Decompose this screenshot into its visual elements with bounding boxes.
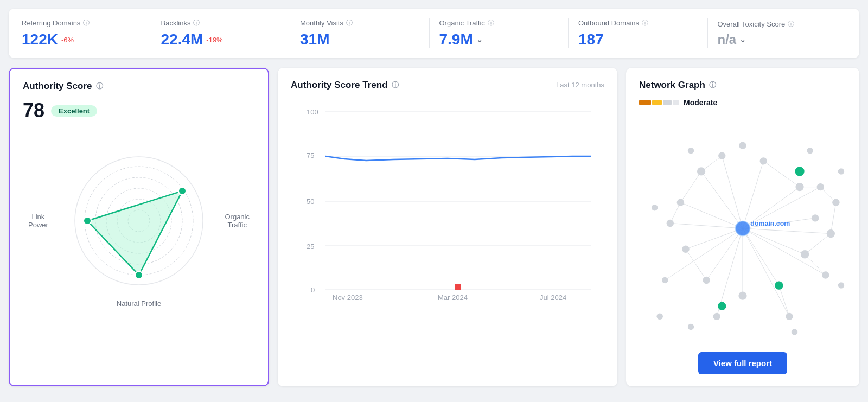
authority-score-title: Authority Score [23,81,92,92]
outbound-domains-info-icon[interactable]: ⓘ [642,18,648,28]
svg-point-61 [738,292,746,300]
svg-point-59 [703,277,710,284]
network-info-icon[interactable]: ⓘ [709,80,716,90]
svg-point-65 [822,271,829,278]
backlinks-label: Backlinks [161,19,191,27]
svg-point-75 [739,142,746,149]
metric-organic-traffic: Organic Traffic ⓘ 7.9M ⌄ [430,18,569,48]
svg-point-69 [817,183,824,190]
svg-point-55 [677,199,684,206]
svg-rect-20 [455,284,461,290]
svg-text:25: 25 [307,243,314,251]
svg-text:100: 100 [307,108,318,116]
svg-line-45 [763,161,800,187]
metric-monthly-visits: Monthly Visits ⓘ 31M [290,18,430,48]
svg-point-7 [84,217,91,225]
svg-line-30 [743,228,805,254]
svg-text:Jul 2024: Jul 2024 [540,293,566,302]
svg-point-57 [682,246,689,253]
authority-score-number: 78 [23,99,44,122]
toxicity-chevron-icon[interactable]: ⌄ [739,35,746,44]
radar-label-natural-profile: Natural Profile [117,299,161,308]
svg-point-60 [713,313,720,320]
authority-score-badge: Excellent [51,105,97,117]
svg-point-63 [786,313,793,320]
svg-point-73 [652,205,658,210]
domain-label: domain.com [750,220,790,227]
svg-line-33 [743,161,763,228]
toxicity-score-info-icon[interactable]: ⓘ [788,20,794,29]
network-graph-svg: .node { fill: #d1d5db; } .node-green { f… [639,114,846,342]
backlinks-info-icon[interactable]: ⓘ [193,18,200,28]
svg-point-77 [838,168,844,174]
view-full-report-button[interactable]: View full report [698,352,787,374]
legend-label: Moderate [684,98,717,107]
toxicity-score-label: Overall Toxicity Score [718,20,786,28]
toxicity-score-value: n/a ⌄ [718,32,837,47]
metric-outbound-domains: Outbound Domains ⓘ 187 [569,18,708,48]
radar-svg [63,145,215,297]
svg-point-70 [795,183,803,191]
radar-label-organic-traffic: OrganicTraffic [225,213,250,229]
trend-title: Authority Score Trend [291,80,388,91]
svg-text:75: 75 [307,151,314,159]
svg-point-78 [838,282,844,288]
svg-point-84 [718,302,726,310]
svg-point-54 [697,167,705,175]
svg-point-8 [178,187,186,195]
svg-line-50 [779,285,789,316]
authority-score-panel: Authority Score ⓘ 78 Excellent [9,68,269,386]
authority-score-info-icon[interactable]: ⓘ [96,81,103,91]
organic-traffic-value: 7.9M ⌄ [439,31,559,48]
referring-domains-info-icon[interactable]: ⓘ [83,18,90,28]
svg-point-76 [807,148,813,154]
outbound-domains-label: Outbound Domains [578,19,639,27]
svg-point-71 [760,157,767,164]
svg-point-79 [792,329,797,335]
legend-seg-1 [639,100,651,105]
legend-seg-2 [652,100,662,105]
referring-domains-label: Referring Domains [22,19,80,27]
svg-point-68 [832,199,839,206]
top-metrics-bar: Referring Domains ⓘ 122K -6% Backlinks ⓘ… [9,9,859,58]
network-legend: Moderate [639,98,846,107]
network-title: Network Graph [639,80,705,91]
svg-point-81 [656,314,662,320]
legend-bar [639,100,679,105]
trend-info-icon[interactable]: ⓘ [392,80,399,90]
svg-text:Mar 2024: Mar 2024 [438,293,468,302]
svg-text:0: 0 [311,286,315,294]
svg-point-64 [801,250,809,258]
svg-line-46 [805,234,831,254]
monthly-visits-info-icon[interactable]: ⓘ [346,18,353,28]
radar-label-link-power: LinkPower [28,213,48,229]
organic-traffic-chevron-icon[interactable]: ⌄ [476,35,483,44]
svg-line-26 [686,228,743,249]
svg-point-74 [688,148,694,154]
organic-traffic-info-icon[interactable]: ⓘ [488,18,494,28]
monthly-visits-value: 31M [300,31,419,48]
svg-line-48 [686,249,706,280]
outbound-domains-value: 187 [578,31,698,48]
organic-traffic-label: Organic Traffic [439,19,485,27]
svg-point-82 [775,281,783,289]
network-graph-panel: Network Graph ⓘ Moderate .node { fill: #… [626,68,859,386]
metric-toxicity-score: Overall Toxicity Score ⓘ n/a ⌄ [708,20,847,47]
svg-marker-6 [87,191,182,275]
svg-line-37 [743,228,831,234]
trend-subtitle: Last 12 months [556,81,604,89]
referring-domains-value: 122K -6% [22,31,141,48]
legend-seg-4 [673,100,679,105]
panels-container: Authority Score ⓘ 78 Excellent [9,68,859,386]
backlinks-value: 22.4M -19% [161,31,280,48]
svg-point-56 [667,220,674,227]
svg-text:50: 50 [307,197,314,206]
monthly-visits-label: Monthly Visits [300,19,343,27]
svg-point-83 [795,167,804,176]
svg-line-29 [743,228,779,285]
svg-point-80 [688,324,694,330]
svg-line-43 [680,171,701,202]
svg-line-34 [722,156,743,228]
svg-text:Nov 2023: Nov 2023 [333,293,363,302]
trend-chart-svg: 100 75 50 25 0 Nov 2023 Mar 2024 Jul 202… [291,98,604,304]
